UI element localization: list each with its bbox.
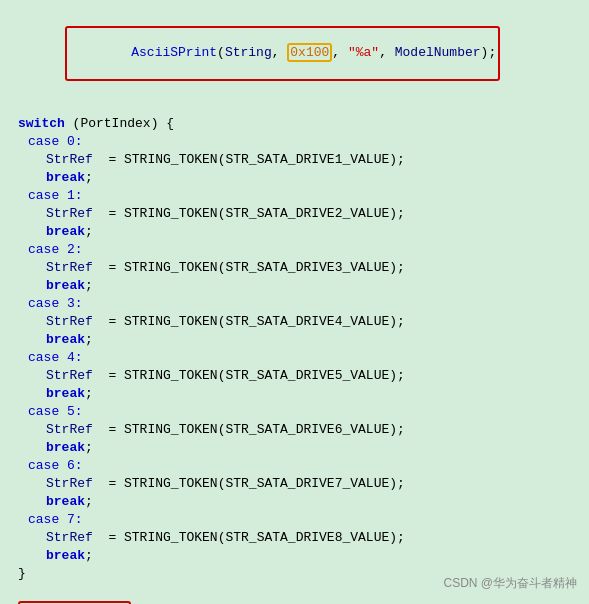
case-5-break: break; [0, 439, 589, 457]
yellow-0x100: 0x100 [287, 43, 332, 62]
case-5-strref: StrRef = STRING_TOKEN(STR_SATA_DRIVE6_VA… [0, 421, 589, 439]
case-2-strref: StrRef = STRING_TOKEN(STR_SATA_DRIVE3_VA… [0, 259, 589, 277]
case-6-strref: StrRef = STRING_TOKEN(STR_SATA_DRIVE7_VA… [0, 475, 589, 493]
case-0-break: break; [0, 169, 589, 187]
line-1-content: AsciiSPrint(String, 0x100, "%a", ModelNu… [18, 11, 589, 96]
case-3-label: case 3: [0, 295, 589, 313]
case-6-break: break; [0, 493, 589, 511]
code-area: AsciiSPrint(String, 0x100, "%a", ModelNu… [0, 0, 589, 604]
case-5-label: case 5: [0, 403, 589, 421]
top-highlight-box: AsciiSPrint(String, 0x100, "%a", ModelNu… [65, 26, 500, 81]
case-7-break: break; [0, 547, 589, 565]
case-7-label: case 7: [0, 511, 589, 529]
watermark: CSDN @华为奋斗者精神 [443, 575, 577, 592]
blank-line [0, 97, 589, 115]
case-0-strref: StrRef = STRING_TOKEN(STR_SATA_DRIVE1_VA… [0, 151, 589, 169]
case-1-label: case 1: [0, 187, 589, 205]
case-2-break: break; [0, 277, 589, 295]
case-3-strref: StrRef = STRING_TOKEN(STR_SATA_DRIVE4_VA… [0, 313, 589, 331]
case-7-strref: StrRef = STRING_TOKEN(STR_SATA_DRIVE8_VA… [0, 529, 589, 547]
case-3-break: break; [0, 331, 589, 349]
case-1-strref: StrRef = STRING_TOKEN(STR_SATA_DRIVE2_VA… [0, 205, 589, 223]
switch-line: switch (PortIndex) { [0, 115, 589, 133]
case-2-label: case 2: [0, 241, 589, 259]
case-1-break: break; [0, 223, 589, 241]
case-0-label: case 0: [0, 133, 589, 151]
line-1: AsciiSPrint(String, 0x100, "%a", ModelNu… [0, 10, 589, 97]
case-4-break: break; [0, 385, 589, 403]
case-4-strref: StrRef = STRING_TOKEN(STR_SATA_DRIVE5_VA… [0, 367, 589, 385]
case-6-label: case 6: [0, 457, 589, 475]
case-4-label: case 4: [0, 349, 589, 367]
